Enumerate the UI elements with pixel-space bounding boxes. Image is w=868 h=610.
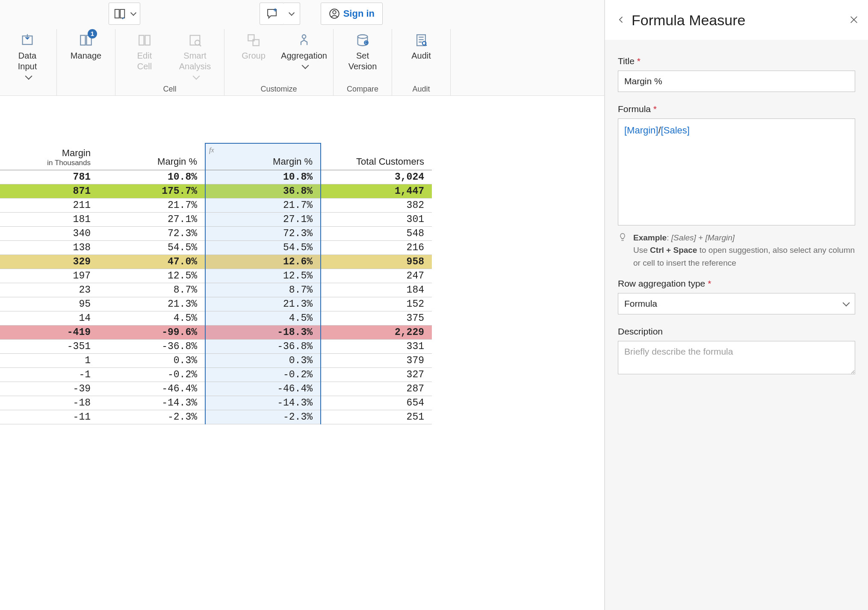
- cell-mpct[interactable]: -14.3%: [98, 396, 205, 410]
- cell-mpct2[interactable]: -0.2%: [205, 368, 321, 382]
- cell-mpct2[interactable]: 0.3%: [205, 354, 321, 368]
- cell-tcust[interactable]: 247: [321, 269, 432, 283]
- cell-margin[interactable]: 14: [0, 311, 98, 326]
- cell-mpct2[interactable]: 8.7%: [205, 283, 321, 297]
- cell-tcust[interactable]: 379: [321, 354, 432, 368]
- cell-tcust[interactable]: 2,229: [321, 326, 432, 340]
- cell-margin[interactable]: 871: [0, 184, 98, 198]
- table-row[interactable]: 238.7%8.7%184: [0, 283, 432, 297]
- cell-mpct2[interactable]: 72.3%: [205, 227, 321, 241]
- col-header-margin[interactable]: Margin in Thousands: [0, 143, 98, 170]
- table-row[interactable]: -419-99.6%-18.3%2,229: [0, 326, 432, 340]
- table-row[interactable]: 21121.7%21.7%382: [0, 198, 432, 213]
- cell-tcust[interactable]: 382: [321, 198, 432, 213]
- cell-mpct2[interactable]: 54.5%: [205, 241, 321, 255]
- table-row[interactable]: 871175.7%36.8%1,447: [0, 184, 432, 198]
- cell-tcust[interactable]: 375: [321, 311, 432, 326]
- signin-button[interactable]: Sign in: [321, 3, 383, 25]
- cell-mpct[interactable]: 72.3%: [98, 227, 205, 241]
- cell-tcust[interactable]: 184: [321, 283, 432, 297]
- cell-mpct[interactable]: 21.3%: [98, 297, 205, 311]
- manage-button[interactable]: 1 Manage: [66, 32, 106, 61]
- table-row[interactable]: -39-46.4%-46.4%287: [0, 382, 432, 396]
- cell-mpct[interactable]: -36.8%: [98, 340, 205, 354]
- cell-mpct[interactable]: 21.7%: [98, 198, 205, 213]
- cell-mpct2[interactable]: 21.3%: [205, 297, 321, 311]
- cell-tcust[interactable]: 152: [321, 297, 432, 311]
- cell-margin[interactable]: 1: [0, 354, 98, 368]
- cell-mpct[interactable]: 27.1%: [98, 213, 205, 227]
- cell-mpct[interactable]: 10.8%: [98, 170, 205, 184]
- cell-margin[interactable]: 340: [0, 227, 98, 241]
- table-row[interactable]: -11-2.3%-2.3%251: [0, 410, 432, 424]
- cell-mpct[interactable]: -99.6%: [98, 326, 205, 340]
- comment-dropdown[interactable]: [284, 3, 300, 25]
- table-row[interactable]: 9521.3%21.3%152: [0, 297, 432, 311]
- cell-mpct[interactable]: 0.3%: [98, 354, 205, 368]
- cell-mpct2[interactable]: -2.3%: [205, 410, 321, 424]
- cell-margin[interactable]: 138: [0, 241, 98, 255]
- cell-margin[interactable]: 781: [0, 170, 98, 184]
- cell-tcust[interactable]: 1,447: [321, 184, 432, 198]
- cell-margin[interactable]: -419: [0, 326, 98, 340]
- table-row[interactable]: -1-0.2%-0.2%327: [0, 368, 432, 382]
- col-header-margin-pct[interactable]: Margin %: [98, 143, 205, 170]
- cell-mpct[interactable]: -2.3%: [98, 410, 205, 424]
- cell-tcust[interactable]: 287: [321, 382, 432, 396]
- cell-mpct2[interactable]: -36.8%: [205, 340, 321, 354]
- comment-button[interactable]: [260, 3, 284, 25]
- cell-tcust[interactable]: 327: [321, 368, 432, 382]
- table-row[interactable]: 78110.8%10.8%3,024: [0, 170, 432, 184]
- cell-mpct[interactable]: 54.5%: [98, 241, 205, 255]
- table-row[interactable]: 19712.5%12.5%247: [0, 269, 432, 283]
- cell-mpct2[interactable]: 12.6%: [205, 255, 321, 269]
- formula-input[interactable]: [Margin]/[Sales]: [618, 118, 855, 225]
- table-row[interactable]: 144.5%4.5%375: [0, 311, 432, 326]
- cell-mpct2[interactable]: -14.3%: [205, 396, 321, 410]
- close-button[interactable]: [849, 14, 859, 27]
- col-header-total-customers[interactable]: Total Customers: [321, 143, 432, 170]
- component-picker-button[interactable]: [109, 3, 140, 25]
- cell-margin[interactable]: -18: [0, 396, 98, 410]
- cell-mpct[interactable]: 4.5%: [98, 311, 205, 326]
- cell-tcust[interactable]: 251: [321, 410, 432, 424]
- table-row[interactable]: 34072.3%72.3%548: [0, 227, 432, 241]
- table-row[interactable]: -18-14.3%-14.3%654: [0, 396, 432, 410]
- cell-mpct2[interactable]: -46.4%: [205, 382, 321, 396]
- cell-margin[interactable]: 197: [0, 269, 98, 283]
- cell-margin[interactable]: 329: [0, 255, 98, 269]
- cell-tcust[interactable]: 331: [321, 340, 432, 354]
- cell-margin[interactable]: -1: [0, 368, 98, 382]
- cell-mpct[interactable]: 175.7%: [98, 184, 205, 198]
- table-row[interactable]: 10.3%0.3%379: [0, 354, 432, 368]
- row-agg-select[interactable]: Formula: [618, 293, 855, 314]
- cell-mpct2[interactable]: 10.8%: [205, 170, 321, 184]
- audit-button[interactable]: Audit: [402, 32, 441, 61]
- cell-tcust[interactable]: 301: [321, 213, 432, 227]
- cell-margin[interactable]: 95: [0, 297, 98, 311]
- cell-tcust[interactable]: 958: [321, 255, 432, 269]
- description-input[interactable]: [618, 341, 855, 374]
- cell-mpct[interactable]: 8.7%: [98, 283, 205, 297]
- cell-margin[interactable]: 23: [0, 283, 98, 297]
- cell-tcust[interactable]: 654: [321, 396, 432, 410]
- table-row[interactable]: 13854.5%54.5%216: [0, 241, 432, 255]
- data-input-button[interactable]: Data Input: [8, 32, 47, 83]
- set-version-button[interactable]: Set Version: [343, 32, 382, 72]
- table-row[interactable]: -351-36.8%-36.8%331: [0, 340, 432, 354]
- cell-mpct2[interactable]: 4.5%: [205, 311, 321, 326]
- col-header-margin-pct-formula[interactable]: fx Margin %: [205, 143, 321, 170]
- back-button[interactable]: [614, 14, 629, 27]
- cell-margin[interactable]: 211: [0, 198, 98, 213]
- cell-tcust[interactable]: 3,024: [321, 170, 432, 184]
- cell-mpct2[interactable]: -18.3%: [205, 326, 321, 340]
- cell-mpct2[interactable]: 27.1%: [205, 213, 321, 227]
- cell-mpct[interactable]: 12.5%: [98, 269, 205, 283]
- cell-mpct[interactable]: 47.0%: [98, 255, 205, 269]
- cell-mpct[interactable]: -46.4%: [98, 382, 205, 396]
- data-grid[interactable]: Margin in Thousands Margin % fx Margin %…: [0, 143, 432, 424]
- cell-mpct[interactable]: -0.2%: [98, 368, 205, 382]
- cell-margin[interactable]: -351: [0, 340, 98, 354]
- cell-margin[interactable]: 181: [0, 213, 98, 227]
- cell-tcust[interactable]: 216: [321, 241, 432, 255]
